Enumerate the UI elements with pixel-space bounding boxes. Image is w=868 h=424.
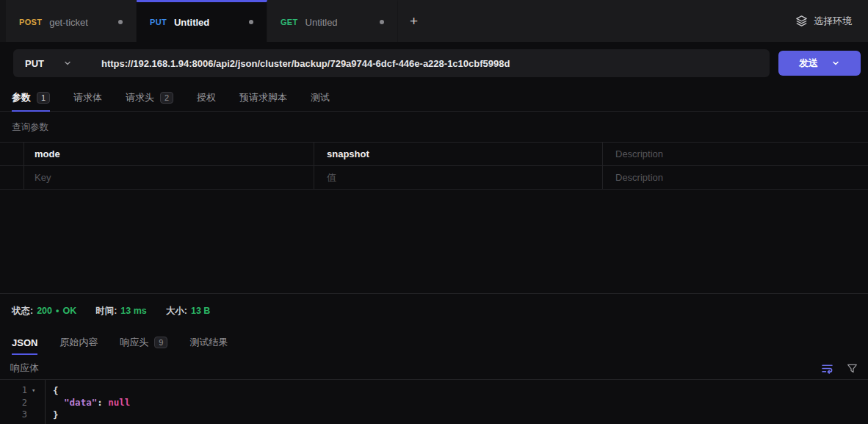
status-label: 状态:	[12, 305, 33, 317]
response-body-tools	[821, 362, 858, 375]
request-section-tabs: 参数 1 请求体 请求头 2 授权 预请求脚本 测试	[0, 85, 868, 112]
status-text: OK	[62, 306, 76, 316]
tab-response-headers[interactable]: 响应头 9	[120, 328, 167, 357]
send-button[interactable]: 发送	[778, 51, 861, 76]
tab-label: 测试	[311, 91, 330, 104]
filter-icon	[847, 363, 858, 374]
code-line: {	[53, 384, 130, 397]
size-value: 13 B	[191, 306, 210, 316]
tab-label: 预请求脚本	[239, 91, 287, 104]
url-bar: PUT	[13, 49, 770, 77]
line-number: 2 ▾	[0, 397, 45, 409]
query-params-table: mode snapshot Description Key 值 Descript…	[0, 142, 868, 190]
layers-icon	[795, 15, 808, 27]
tab-authorization[interactable]: 授权	[197, 85, 216, 111]
response-body-header: 响应体	[0, 357, 868, 379]
param-value-field[interactable]: snapshot	[314, 143, 602, 165]
environment-selector-label: 选择环境	[814, 15, 852, 28]
unsaved-dot	[118, 20, 123, 24]
response-size: 大小: 13 B	[166, 305, 211, 317]
line-number: 3 ▾	[0, 409, 45, 421]
headers-count-badge: 2	[160, 92, 173, 104]
param-value-field[interactable]: 值	[314, 166, 602, 189]
size-label: 大小:	[166, 305, 187, 317]
wrap-text-icon	[821, 362, 833, 375]
tab-label: 参数	[12, 91, 31, 104]
code-line: }	[53, 409, 130, 421]
filter-button[interactable]	[847, 363, 858, 374]
chevron-down-icon	[63, 59, 72, 68]
param-row-empty: Key 值 Description	[0, 166, 868, 190]
tab-label: JSON	[12, 337, 37, 348]
unsaved-dot	[249, 20, 253, 24]
method-selector[interactable]: PUT	[13, 49, 87, 77]
response-headers-count-badge: 9	[154, 337, 167, 348]
method-selected-value: PUT	[25, 58, 44, 69]
window-edge	[0, 0, 6, 42]
tab-request-headers[interactable]: 请求头 2	[126, 85, 173, 111]
tab-label: 请求头	[126, 91, 154, 104]
code-area[interactable]: { "data": null }	[46, 380, 130, 424]
code-line: "data": null	[53, 397, 130, 409]
param-key-field[interactable]: mode	[23, 143, 314, 165]
tab-untitled-put[interactable]: PUT Untitled	[137, 0, 267, 42]
param-key-field[interactable]: Key	[23, 166, 314, 189]
tab-bar: POST get-ticket PUT Untitled GET Untitle…	[0, 0, 868, 42]
tab-pre-request-script[interactable]: 预请求脚本	[239, 85, 287, 111]
params-count-badge: 1	[37, 92, 50, 104]
tab-get-ticket[interactable]: POST get-ticket	[6, 0, 137, 42]
tab-title: Untitled	[174, 17, 209, 28]
tab-label: 请求体	[73, 91, 102, 104]
status-code: 200	[37, 306, 52, 316]
row-handle-cell[interactable]	[0, 143, 23, 165]
tabbar-spacer	[430, 0, 779, 42]
param-row: mode snapshot Description	[0, 143, 868, 166]
json-null-value: null	[108, 397, 130, 408]
line-number-gutter: 1 ▾ 2 ▾ 3 ▾	[0, 380, 46, 424]
url-input[interactable]	[87, 58, 770, 69]
tab-raw-content[interactable]: 原始内容	[59, 328, 98, 357]
fold-caret-icon[interactable]: ▾	[32, 387, 37, 394]
response-status-row: 状态: 200 • OK 时间: 13 ms 大小: 13 B	[0, 294, 868, 328]
empty-area	[0, 190, 868, 293]
tab-label: 测试结果	[189, 336, 228, 349]
response-tabs: JSON 原始内容 响应头 9 测试结果	[0, 328, 868, 357]
time-label: 时间:	[95, 305, 117, 317]
tab-json[interactable]: JSON	[12, 328, 37, 357]
line-number: 1 ▾	[0, 384, 45, 397]
tab-request-body[interactable]: 请求体	[73, 85, 102, 111]
row-handle-cell[interactable]	[0, 166, 23, 189]
wrap-text-button[interactable]	[821, 362, 833, 375]
tab-untitled-get[interactable]: GET Untitled	[267, 0, 398, 42]
method-label-get: GET	[281, 18, 298, 26]
time-value: 13 ms	[120, 306, 146, 316]
tab-title: get-ticket	[49, 17, 88, 28]
response-section: 状态: 200 • OK 时间: 13 ms 大小: 13 B JSON 原始内…	[0, 293, 868, 424]
param-description-field[interactable]: Description	[602, 143, 868, 165]
json-key: "data"	[64, 397, 97, 408]
request-bar: PUT 发送	[0, 42, 868, 85]
unsaved-dot	[380, 20, 384, 24]
response-time: 时间: 13 ms	[95, 305, 147, 317]
response-body-label: 响应体	[10, 362, 39, 375]
param-description-field[interactable]: Description	[602, 166, 868, 189]
send-button-label: 发送	[799, 57, 818, 70]
send-options-chevron-icon[interactable]	[831, 59, 840, 68]
tab-label: 授权	[197, 91, 216, 104]
tab-params[interactable]: 参数 1	[12, 85, 50, 111]
tab-title: Untitled	[305, 17, 338, 28]
method-label-post: POST	[19, 18, 42, 26]
response-status: 状态: 200 • OK	[12, 305, 76, 317]
tab-test-results[interactable]: 测试结果	[189, 328, 228, 357]
method-label-put: PUT	[150, 18, 167, 26]
new-tab-button[interactable]: +	[398, 14, 430, 28]
tab-label: 响应头	[120, 336, 148, 349]
tab-label: 原始内容	[59, 336, 98, 349]
status-bullet: •	[56, 306, 59, 316]
environment-selector[interactable]: 选择环境	[779, 0, 868, 42]
tab-tests[interactable]: 测试	[311, 85, 330, 111]
response-body-editor[interactable]: 1 ▾ 2 ▾ 3 ▾ { "data": null }	[0, 379, 868, 424]
query-params-label: 查询参数	[0, 112, 868, 142]
